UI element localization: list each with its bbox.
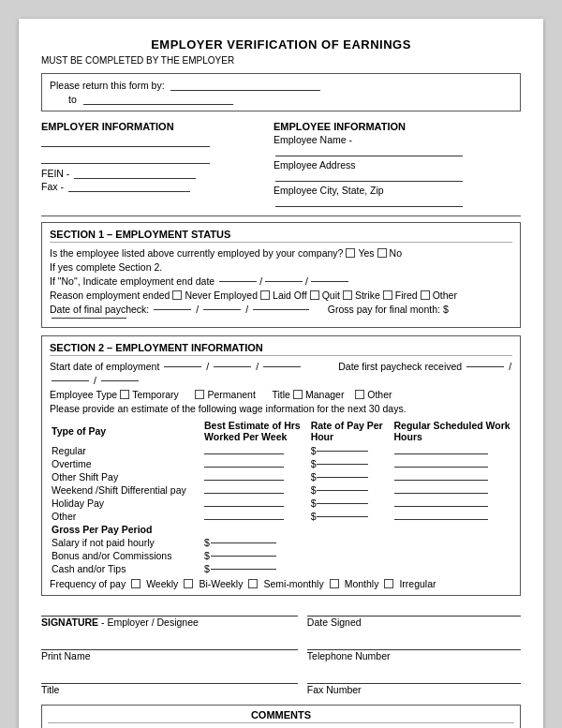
laid-off-checkbox[interactable]: [260, 290, 270, 300]
to-line[interactable]: [83, 104, 233, 105]
semi-monthly-checkbox[interactable]: [248, 579, 258, 588]
emp-addr-input[interactable]: [275, 181, 463, 182]
fp2-dd[interactable]: [52, 380, 89, 381]
rate-input-4[interactable]: [317, 503, 368, 504]
irregular-checkbox[interactable]: [384, 579, 393, 588]
end-date-yy[interactable]: [311, 281, 348, 282]
emp-name-input[interactable]: [275, 156, 463, 156]
sd-dd[interactable]: [214, 366, 251, 367]
gross-pay-input[interactable]: [52, 318, 126, 319]
fein-input[interactable]: [74, 178, 196, 179]
gross-period-label: Gross Per Pay Period: [52, 524, 152, 535]
return-label: Please return this form by:: [50, 80, 165, 91]
sched-input-4[interactable]: [394, 506, 488, 507]
semi-monthly-label: Semi-monthly: [263, 578, 323, 589]
rate-input-2[interactable]: [317, 477, 368, 478]
fax-sig-label: Fax Number: [307, 684, 521, 695]
end-date-dd[interactable]: [265, 281, 303, 282]
employee-info-col: EMPLOYEE INFORMATION Employee Name - Emp…: [274, 121, 521, 210]
sched-input-2[interactable]: [394, 480, 488, 481]
hrs-input-4[interactable]: [204, 506, 284, 507]
rate-input-1[interactable]: [317, 464, 368, 465]
signature-line[interactable]: [41, 603, 298, 617]
permanent-checkbox[interactable]: [195, 390, 204, 399]
fp2-yy[interactable]: [101, 380, 139, 381]
salary-label: Salary if not paid hourly: [50, 536, 202, 549]
hrs-input-0[interactable]: [204, 453, 284, 454]
strike-checkbox[interactable]: [343, 290, 352, 300]
no-checkbox[interactable]: [377, 248, 387, 258]
bonus-input[interactable]: [211, 556, 276, 557]
comments-title: COMMENTS: [48, 709, 514, 723]
col1-header: Type of Pay: [50, 418, 202, 444]
return-box: Please return this form by: to: [41, 73, 521, 111]
fax-sig-line[interactable]: [307, 671, 521, 684]
rate-input-5[interactable]: [317, 516, 368, 517]
other-checkbox[interactable]: [421, 290, 430, 300]
fp-mm[interactable]: [154, 309, 191, 310]
end-date-mm[interactable]: [219, 281, 257, 282]
yes-checkbox[interactable]: [346, 248, 355, 258]
estimate-text-row: Please provide an estimate of the follow…: [50, 403, 512, 414]
date-signed-label: Date Signed: [307, 617, 521, 628]
salary-dollar: $: [204, 537, 276, 548]
sig-sublabel: - Employer / Designee: [101, 617, 199, 628]
fp-dd[interactable]: [203, 309, 241, 310]
gross-pay-label: Gross pay for final month: $: [328, 304, 449, 315]
hrs-input-5[interactable]: [204, 519, 284, 520]
weekly-checkbox[interactable]: [131, 579, 140, 588]
employer-line2[interactable]: [41, 151, 210, 164]
bonus-label: Bonus and/or Commissions: [50, 549, 202, 562]
sig-left1: SIGNATURE - Employer / Designee: [41, 603, 298, 630]
fax-input[interactable]: [68, 191, 190, 192]
never-employed-checkbox[interactable]: [172, 290, 182, 300]
cash-input[interactable]: [211, 569, 276, 570]
monthly-checkbox[interactable]: [330, 579, 339, 588]
fired-checkbox[interactable]: [383, 290, 392, 300]
final-paycheck-row: Date of final paycheck: / / Gross pay fo…: [50, 304, 512, 319]
final-paycheck-label: Date of final paycheck:: [50, 304, 149, 315]
irregular-label: Irregular: [399, 578, 436, 589]
wage-type-5: Other: [50, 510, 202, 523]
bi-weekly-checkbox[interactable]: [184, 579, 193, 588]
col4-header: Regular Scheduled Work Hours: [392, 418, 512, 444]
date-signed-line[interactable]: [307, 603, 521, 617]
rate-input-3[interactable]: [317, 490, 368, 491]
quit-checkbox[interactable]: [310, 290, 319, 300]
rate-input-0[interactable]: [317, 451, 368, 452]
comments-box: COMMENTS: [41, 705, 521, 728]
title-line[interactable]: [41, 671, 298, 684]
employed-question: Is the employee listed above currently e…: [50, 247, 343, 259]
return-line[interactable]: [170, 90, 320, 91]
employer-line1[interactable]: [41, 134, 210, 147]
salary-input[interactable]: [211, 542, 276, 543]
sd-mm[interactable]: [164, 366, 201, 367]
hrs-input-3[interactable]: [204, 493, 284, 494]
print-name-line[interactable]: [41, 637, 298, 650]
sched-input-3[interactable]: [394, 493, 488, 494]
start-date-row: Start date of employment / / Date first …: [50, 361, 512, 386]
wage-type-3: Weekend /Shift Differential pay: [50, 483, 202, 497]
fp2-mm[interactable]: [466, 366, 504, 367]
manager-checkbox[interactable]: [293, 390, 303, 399]
sched-input-5[interactable]: [394, 519, 488, 520]
bi-weekly-label: Bi-Weekly: [199, 578, 243, 589]
wage-table-row: Other $: [50, 510, 512, 523]
emp-city-input[interactable]: [275, 206, 463, 207]
frequency-row: Frequency of pay Weekly Bi-Weekly Semi-m…: [50, 578, 512, 589]
wage-table-row: Regular $: [50, 444, 512, 457]
hrs-input-2[interactable]: [204, 480, 284, 481]
if-no-row: If "No", Indicate employment end date / …: [50, 275, 512, 287]
sched-input-1[interactable]: [394, 467, 488, 468]
signature-area: SIGNATURE - Employer / Designee Date Sig…: [41, 603, 521, 697]
fp-yy[interactable]: [253, 309, 309, 310]
temporary-checkbox[interactable]: [120, 390, 129, 399]
wage-table-row: Holiday Pay $: [50, 497, 512, 510]
other2-checkbox[interactable]: [355, 390, 364, 399]
phone-line[interactable]: [307, 637, 521, 650]
sd-yy[interactable]: [263, 366, 301, 367]
sched-input-0[interactable]: [394, 453, 488, 454]
permanent-label: Permanent: [207, 389, 255, 400]
employer-header: EMPLOYER INFORMATION: [41, 121, 266, 132]
hrs-input-1[interactable]: [204, 467, 284, 468]
